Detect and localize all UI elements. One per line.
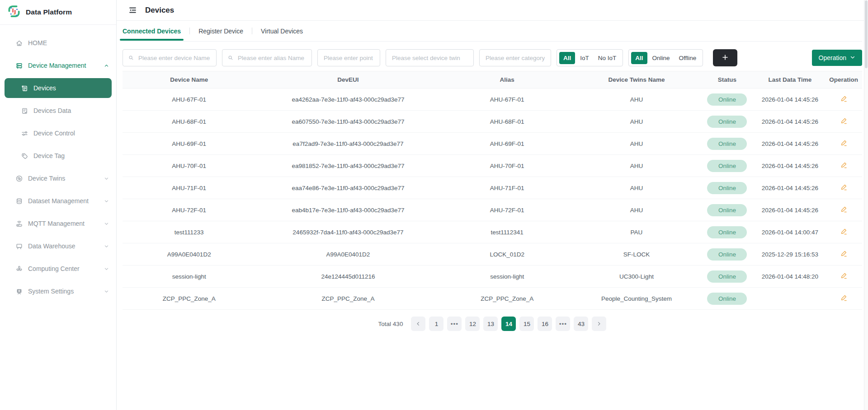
tab-connected-devices[interactable]: Connected Devices [123,21,189,41]
cell-status: Online [699,177,755,199]
edit-icon[interactable] [840,205,848,213]
sidebar-item-devices[interactable]: Devices [5,78,112,98]
edit-icon[interactable] [840,95,848,102]
sidebar-item-device-twins[interactable]: Device Twins [0,167,116,190]
filters: AllIoTNo IoTAllOnlineOffline [123,49,737,66]
header-cell-last-data-time: Last Data Time [755,71,825,89]
pagination-page-43[interactable]: 43 [574,317,588,331]
sidebar-item-dataset-management[interactable]: Dataset Management [0,190,116,212]
sidebar-item-device-tag[interactable]: Device Tag [0,144,116,167]
pagination-page-1[interactable]: 1 [429,317,443,331]
sidebar-item-computing-center[interactable]: Computing Center [0,257,116,280]
point-field[interactable] [323,54,375,62]
cell-dev-eui: 24e124445d011216 [255,266,440,288]
segment-status-option-all[interactable]: All [631,52,647,64]
cell-last-data-time: 2026-01-04 14:45:26 [755,111,825,133]
edit-icon[interactable] [840,161,848,169]
sidebar-item-mqtt-management[interactable]: MQTT Management [0,212,116,235]
device-name-input[interactable] [123,49,217,66]
edit-icon[interactable] [840,294,848,302]
data-platform-logo-icon [7,5,21,20]
sidebar-item-data-warehouse[interactable]: Data Warehouse [0,235,116,257]
segment-iot-option-no-iot[interactable]: No IoT [594,52,621,64]
pagination-ellipsis[interactable]: ••• [556,317,570,331]
segment-iot-option-all[interactable]: All [559,52,575,64]
cell-alias: AHU-69F-01 [440,133,573,155]
sidebar-item-devices-data[interactable]: Devices Data [0,99,116,122]
cell-dev-eui: ZCP_PPC_Zone_A [255,288,440,310]
segment-iot: AllIoTNo IoT [557,49,623,66]
sidebar-item-label: Devices [33,84,104,92]
cell-dev-eui: eab4b17e-7e3e-11f0-af43-000c29ad3e77 [255,199,440,221]
scrollbar-thumb[interactable] [865,0,868,68]
cell-last-data-time: 2026-01-04 14:45:26 [755,177,825,199]
device-twin-field[interactable] [391,54,468,62]
cell-twins-name: AHU [574,89,699,111]
chevron-down-icon [104,289,109,294]
device-name-field[interactable] [137,54,211,62]
alias-name-input[interactable] [222,49,312,66]
sidebar-item-home[interactable]: HOME [0,32,116,54]
edit-icon[interactable] [840,139,848,147]
cell-alias: test1112341 [440,221,573,243]
status-badge: Online [707,293,747,305]
sidebar-item-label: Devices Data [33,107,109,114]
cell-alias: ZCP_PPC_Zone_A [440,288,573,310]
tab-virtual-devices[interactable]: Virtual Devices [252,21,311,41]
pagination-page-13[interactable]: 13 [483,317,498,331]
menu-fold-icon[interactable] [128,6,137,14]
category-input[interactable] [479,49,551,66]
edit-icon[interactable] [840,272,848,280]
pagination-page-16[interactable]: 16 [538,317,552,331]
chevron-down-icon [850,54,855,61]
add-device-button[interactable] [713,49,737,66]
edit-icon[interactable] [840,183,848,191]
segment-iot-option-iot[interactable]: IoT [576,52,593,64]
operation-button[interactable]: Operation [812,50,862,66]
pagination-page-12[interactable]: 12 [465,317,480,331]
pagination-next-button[interactable] [592,317,606,331]
edit-icon[interactable] [840,228,848,235]
edit-icon[interactable] [840,117,848,125]
cell-device-name: AHU-70F-01 [123,155,255,177]
cell-status: Online [699,266,755,288]
cell-device-name: AHU-69F-01 [123,133,255,155]
pagination-page-14[interactable]: 14 [501,317,516,331]
device-management-icon [15,62,23,70]
tab-register-device[interactable]: Register Device [190,21,252,41]
page-scrollbar[interactable] [864,0,868,410]
cell-dev-eui: ea4262aa-7e3e-11f0-af43-000c29ad3e77 [255,89,440,111]
cell-last-data-time: 2026-01-04 14:00:47 [755,221,825,243]
table-row: AHU-67F-01ea4262aa-7e3e-11f0-af43-000c29… [123,89,862,111]
segment-status-option-online[interactable]: Online [648,52,674,64]
chevron-up-icon [104,63,109,68]
pagination-prev-button[interactable] [411,317,425,331]
pagination-page-15[interactable]: 15 [519,317,534,331]
category-field[interactable] [485,54,546,62]
table-row: AHU-70F-01ea981852-7e3e-11f0-af43-000c29… [123,155,862,177]
cell-device-name: AHU-67F-01 [123,89,255,111]
cell-last-data-time: 2026-01-04 14:45:26 [755,199,825,221]
segment-status-option-offline[interactable]: Offline [675,52,701,64]
cell-device-name: AHU-72F-01 [123,199,255,221]
sidebar-item-label: Device Tag [33,152,109,159]
cell-alias: session-light [440,266,573,288]
sidebar-item-system-settings[interactable]: System Settings [0,280,116,303]
cell-twins-name: SF-LOCK [574,243,699,266]
sidebar-item-device-management[interactable]: Device Management [0,54,116,77]
sidebar-item-label: Device Twins [28,175,99,182]
alias-name-field[interactable] [237,54,307,62]
cell-device-name: session-light [123,266,255,288]
cell-dev-eui: A99A0E0401D2 [255,243,440,266]
device-twin-input[interactable] [386,49,474,66]
cell-status: Online [699,243,755,266]
cell-operation [825,243,862,266]
cell-device-name: AHU-71F-01 [123,177,255,199]
point-input[interactable] [317,49,380,66]
pagination-ellipsis[interactable]: ••• [447,317,462,331]
header-cell-operation: Operation [825,71,862,89]
sidebar-item-device-control[interactable]: Device Control [0,122,116,144]
header-cell-status: Status [699,71,755,89]
edit-icon[interactable] [840,250,848,257]
cell-status: Online [699,288,755,310]
